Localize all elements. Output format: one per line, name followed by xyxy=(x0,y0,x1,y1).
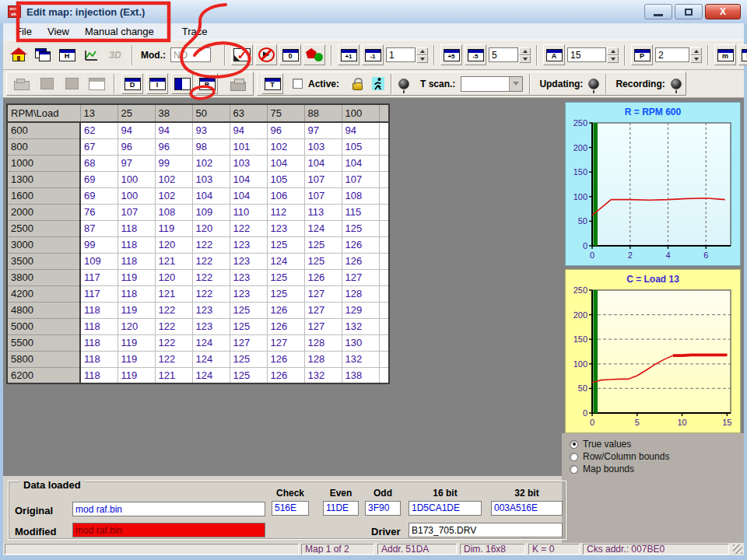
col-header[interactable]: 13 xyxy=(80,104,117,122)
row-header[interactable]: 5000 xyxy=(7,318,80,334)
decimal-view-button[interactable]: D xyxy=(121,73,143,94)
map-cell[interactable]: 132 xyxy=(342,351,379,367)
map-cell[interactable]: 107 xyxy=(342,171,379,187)
map-cell[interactable]: 94 xyxy=(117,122,155,138)
map-cell[interactable]: 118 xyxy=(80,351,117,367)
map-cell[interactable]: 102 xyxy=(155,187,192,204)
map-cell[interactable]: 125 xyxy=(230,351,267,367)
tscan-combo[interactable] xyxy=(461,76,523,92)
tscan-dropdown-button[interactable] xyxy=(509,77,522,91)
map-cell[interactable]: 119 xyxy=(155,220,192,236)
a-down-button[interactable] xyxy=(607,55,619,63)
step5-input[interactable] xyxy=(489,47,518,62)
row-header[interactable]: 2000 xyxy=(7,204,80,220)
map-cell[interactable]: 103 xyxy=(192,171,230,187)
map-cell[interactable]: 112 xyxy=(267,204,304,220)
graph-2d-button[interactable] xyxy=(80,44,102,65)
map-cell[interactable]: 120 xyxy=(155,236,192,253)
map-cell[interactable]: 104 xyxy=(230,187,267,204)
row-header[interactable]: 5500 xyxy=(7,334,80,351)
resize-grip[interactable] xyxy=(733,544,742,554)
col-header[interactable]: 100 xyxy=(342,104,379,122)
map-cell[interactable]: 125 xyxy=(230,367,267,383)
row-header[interactable]: 6200 xyxy=(7,367,80,383)
map-cell[interactable]: 125 xyxy=(267,269,304,285)
map-cell[interactable]: 118 xyxy=(117,253,155,269)
radio-option-true-values[interactable]: True values xyxy=(570,438,744,450)
menu-item-trace[interactable]: Trace xyxy=(174,25,216,38)
close-button[interactable]: X xyxy=(705,4,741,19)
map-cell[interactable]: 126 xyxy=(267,318,304,334)
plus5-button[interactable]: +5 xyxy=(440,44,462,65)
map-cell[interactable]: 67 xyxy=(80,138,117,155)
map-cell[interactable]: 132 xyxy=(342,318,379,334)
map-cell[interactable]: 125 xyxy=(342,220,379,236)
map-cell[interactable]: 110 xyxy=(230,204,267,220)
map-cell[interactable]: 129 xyxy=(342,302,379,318)
map-cell[interactable]: 121 xyxy=(155,285,192,302)
map-cell[interactable]: 97 xyxy=(117,155,155,171)
map-cell[interactable]: 124 xyxy=(192,334,230,351)
map-cell[interactable]: 123 xyxy=(192,318,230,334)
driver-field[interactable] xyxy=(409,523,563,537)
menu-item-file[interactable]: File xyxy=(8,25,40,38)
col-header[interactable]: 88 xyxy=(304,104,342,122)
step1-input[interactable] xyxy=(386,47,416,62)
map-cell[interactable]: 107 xyxy=(304,171,342,187)
map-cell[interactable]: 106 xyxy=(267,187,304,204)
map-cell[interactable]: 138 xyxy=(342,367,379,383)
map-cell[interactable]: 96 xyxy=(155,138,192,155)
map-cell[interactable]: 115 xyxy=(342,204,379,220)
map-cell[interactable]: 126 xyxy=(304,269,342,285)
map-cell[interactable]: 108 xyxy=(155,204,192,220)
map-cell[interactable]: 98 xyxy=(192,138,230,155)
active-checkbox[interactable] xyxy=(293,79,303,89)
map-cell[interactable]: 125 xyxy=(267,285,304,302)
map-cell[interactable]: 102 xyxy=(192,155,230,171)
row-header[interactable]: 2500 xyxy=(7,220,80,236)
p-up-button[interactable] xyxy=(690,47,702,55)
map-cell[interactable]: 118 xyxy=(80,318,117,334)
map-cell[interactable]: 122 xyxy=(192,253,230,269)
map-cell[interactable]: 127 xyxy=(304,285,342,302)
map-cell[interactable]: 123 xyxy=(192,302,230,318)
map-cell[interactable]: 119 xyxy=(117,351,155,367)
hex-window-button[interactable]: H xyxy=(56,44,78,65)
row-header[interactable]: 3000 xyxy=(7,236,80,253)
map-cell[interactable]: 122 xyxy=(192,285,230,302)
map-cell[interactable]: 120 xyxy=(155,269,192,285)
trace-window-button[interactable]: T xyxy=(261,73,283,94)
real-view-button[interactable]: R xyxy=(196,73,218,94)
a-up-button[interactable] xyxy=(607,47,619,55)
map-cell[interactable]: 125 xyxy=(230,302,267,318)
map-cell[interactable]: 126 xyxy=(267,302,304,318)
map-cell[interactable]: 62 xyxy=(80,122,117,138)
map-cell[interactable]: 124 xyxy=(192,367,230,383)
radio-option-row-column-bounds[interactable]: Row/Column bounds xyxy=(570,450,744,463)
row-header[interactable]: 800 xyxy=(7,138,80,155)
map-cell[interactable]: 121 xyxy=(155,367,192,383)
map-cell[interactable]: 117 xyxy=(80,269,117,285)
row-header[interactable]: 600 xyxy=(7,122,80,138)
p-input[interactable] xyxy=(655,47,689,62)
p-down-button[interactable] xyxy=(690,55,702,63)
map-cell[interactable]: 99 xyxy=(80,236,117,253)
radio-unselected-icon[interactable] xyxy=(570,453,578,461)
map-cell[interactable]: 124 xyxy=(192,351,230,367)
step1-up-button[interactable] xyxy=(416,47,428,55)
radio-selected-icon[interactable] xyxy=(570,440,578,449)
map-cell[interactable]: 123 xyxy=(230,236,267,253)
row-header[interactable]: 1300 xyxy=(7,171,80,187)
map-cell[interactable]: 97 xyxy=(304,122,342,138)
map-cell[interactable]: 99 xyxy=(155,155,192,171)
map-cell[interactable]: 124 xyxy=(304,220,342,236)
radio-unselected-icon[interactable] xyxy=(570,465,578,474)
map-cell[interactable]: 102 xyxy=(155,171,192,187)
map-cell[interactable]: 125 xyxy=(267,236,304,253)
split-view-button[interactable] xyxy=(171,73,193,94)
map-cell[interactable]: 105 xyxy=(267,171,304,187)
col-header[interactable]: 38 xyxy=(155,104,192,122)
max-value-button[interactable]: M xyxy=(738,44,747,65)
map-cell[interactable]: 127 xyxy=(304,318,342,334)
map-cell[interactable]: 122 xyxy=(155,302,192,318)
